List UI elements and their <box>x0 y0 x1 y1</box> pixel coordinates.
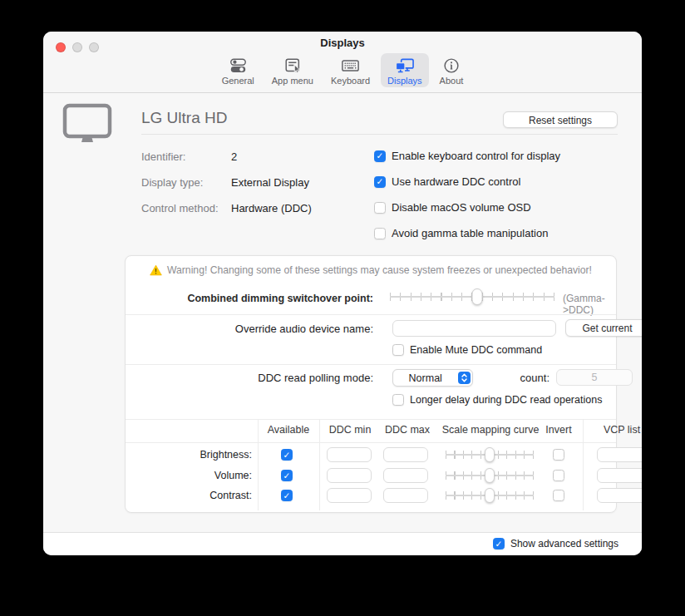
checkbox[interactable]: ✓ <box>374 150 386 162</box>
invert-checkbox[interactable]: ✓ <box>553 470 564 481</box>
info-label: Identifier: <box>141 150 228 163</box>
slider-knob[interactable] <box>485 468 495 483</box>
info-label: Control method: <box>141 202 228 214</box>
column-header-ddc-max: DDC max <box>381 424 434 436</box>
invert-checkbox[interactable]: ✓ <box>553 449 564 461</box>
ddc-max-input[interactable] <box>383 468 428 483</box>
window-header: Displays General <box>43 32 642 93</box>
checkbox-label: Use hardware DDC control <box>392 175 520 188</box>
table-row-brightness: Brightness: ✓ ✓ <box>126 446 616 463</box>
invert-checkbox[interactable]: ✓ <box>553 490 564 501</box>
available-checkbox[interactable]: ✓ <box>281 490 293 501</box>
tab-displays[interactable]: Displays <box>381 53 429 87</box>
checkbox-show-advanced[interactable]: ✓ Show advanced settings <box>493 538 618 549</box>
display-name: LG Ultra HD <box>141 109 227 127</box>
tab-label: General <box>222 76 254 86</box>
info-icon <box>441 56 462 76</box>
ddc-min-input[interactable] <box>327 468 372 483</box>
info-row-identifier: Identifier: 2 <box>141 150 228 164</box>
info-row-control-method: Control method: Hardware (DDC) <box>141 202 228 215</box>
count-label: count: <box>491 372 549 384</box>
info-label: Display type: <box>141 176 228 189</box>
warning-text: Warning! Changing some of these settings… <box>167 264 592 276</box>
selected-option: Normal <box>393 372 458 384</box>
checkbox-enable-mute[interactable]: ✓ Enable Mute DDC command <box>392 344 542 356</box>
audio-name-input[interactable] <box>392 320 556 337</box>
checkbox-label: Enable keyboard control for display <box>392 150 560 162</box>
divider <box>126 364 616 365</box>
info-value: Hardware (DDC) <box>231 202 312 214</box>
column-header-ddc-min: DDC min <box>323 424 377 436</box>
get-current-button[interactable]: Get current <box>565 319 642 337</box>
tab-keyboard[interactable]: Keyboard <box>324 53 377 87</box>
tab-about[interactable]: About <box>433 53 471 87</box>
column-header-invert: Invert <box>538 424 579 436</box>
keyboard-icon <box>339 56 361 76</box>
checkbox[interactable]: ✓ <box>392 344 404 356</box>
warning-icon <box>150 264 162 276</box>
tab-label: Displays <box>387 76 422 86</box>
checkbox-avoid-gamma[interactable]: ✓ Avoid gamma table manipulation <box>374 227 548 239</box>
checkbox-label: Longer delay during DDC read operations <box>410 394 602 406</box>
toolbar: General App menu <box>43 53 642 87</box>
table-row-volume: Volume: ✓ ✓ <box>126 467 616 484</box>
footer-bar: ✓ Show advanced settings <box>43 532 642 555</box>
checkbox[interactable]: ✓ <box>374 176 386 188</box>
checkbox-disable-osd[interactable]: ✓ Disable macOS volume OSD <box>374 201 531 214</box>
info-value: External Display <box>231 176 309 189</box>
tab-label: App menu <box>272 76 313 86</box>
row-label: Volume: <box>126 467 252 484</box>
column-header-curve: Scale mapping curve <box>441 424 540 436</box>
warning-row: Warning! Changing some of these settings… <box>126 264 616 276</box>
checkbox[interactable]: ✓ <box>392 394 404 406</box>
column-header-vcp-list: VCP list <box>583 424 642 436</box>
table-row-contrast: Contrast: ✓ ✓ <box>126 487 616 504</box>
polling-mode-label: DDC read polling mode: <box>126 372 373 384</box>
checkbox-longer-delay[interactable]: ✓ Longer delay during DDC read operation… <box>392 394 602 406</box>
checkbox-label: Show advanced settings <box>510 538 618 549</box>
vcp-list-input[interactable] <box>597 447 642 462</box>
curve-slider[interactable] <box>446 488 534 503</box>
polling-mode-select[interactable]: Normal <box>392 369 473 387</box>
ddc-min-input[interactable] <box>327 488 372 503</box>
dimming-label: Combined dimming switchover point: <box>126 293 373 304</box>
tab-app-menu[interactable]: App menu <box>265 53 320 87</box>
slider-knob[interactable] <box>485 447 495 462</box>
checkbox-hardware-ddc[interactable]: ✓ Use hardware DDC control <box>374 175 520 188</box>
window-title: Displays <box>43 37 642 49</box>
divider <box>126 419 616 420</box>
checkbox-keyboard-control[interactable]: ✓ Enable keyboard control for display <box>374 150 560 162</box>
toggles-icon <box>227 56 249 76</box>
slider-knob[interactable] <box>485 488 495 503</box>
row-label: Brightness: <box>126 446 252 463</box>
count-input[interactable] <box>556 369 633 386</box>
tab-general[interactable]: General <box>215 53 261 87</box>
checkbox-label: Avoid gamma table manipulation <box>392 227 548 239</box>
row-label: Contrast: <box>126 487 252 504</box>
curve-slider[interactable] <box>446 447 534 462</box>
dimming-slider[interactable] <box>390 288 554 305</box>
vcp-list-input[interactable] <box>597 468 642 483</box>
available-checkbox[interactable]: ✓ <box>281 470 293 481</box>
curve-slider[interactable] <box>446 468 534 483</box>
checkbox[interactable]: ✓ <box>374 228 386 239</box>
info-row-display-type: Display type: External Display <box>141 176 228 190</box>
dimming-suffix: (Gamma->DDC) <box>563 293 616 316</box>
available-checkbox[interactable]: ✓ <box>281 449 293 461</box>
slider-knob[interactable] <box>471 288 482 305</box>
checkbox-label: Enable Mute DDC command <box>410 344 542 356</box>
checkbox[interactable]: ✓ <box>493 538 505 549</box>
stepper-icon <box>458 372 471 384</box>
ddc-max-input[interactable] <box>383 447 428 462</box>
checkbox[interactable]: ✓ <box>374 202 386 214</box>
monitor-icon <box>62 102 113 150</box>
vcp-list-input[interactable] <box>597 488 642 503</box>
divider <box>126 314 616 315</box>
divider <box>141 134 618 135</box>
tab-label: About <box>440 76 464 86</box>
ddc-max-input[interactable] <box>383 488 428 503</box>
ddc-min-input[interactable] <box>327 447 372 462</box>
audio-name-label: Override audio device name: <box>126 323 373 335</box>
reset-settings-button[interactable]: Reset settings <box>503 111 618 128</box>
menu-cursor-icon <box>282 56 303 76</box>
